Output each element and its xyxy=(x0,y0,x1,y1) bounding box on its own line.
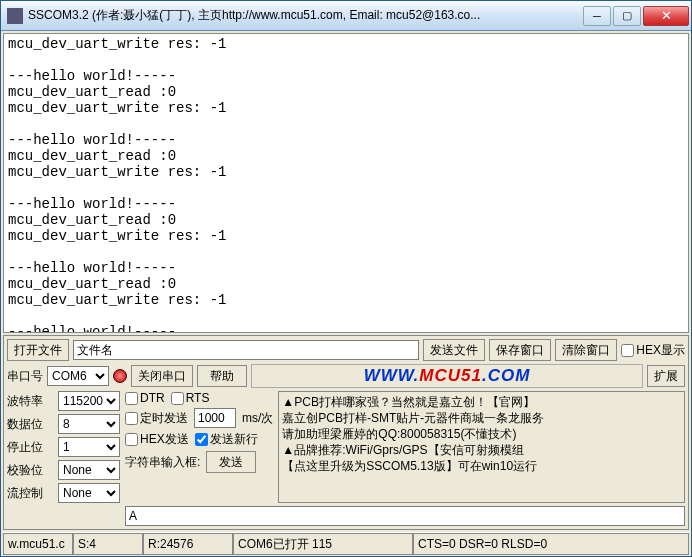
status-port: COM6已打开 115 xyxy=(233,533,413,555)
timed-unit-label: ms/次 xyxy=(242,410,273,427)
status-bar: w.mcu51.c S:4 R:24576 COM6已打开 115 CTS=0 … xyxy=(3,532,689,554)
titlebar: SSCOM3.2 (作者:聂小猛(丁丁), 主页http://www.mcu51… xyxy=(1,1,691,31)
ad-line: ▲PCB打样哪家强？当然就是嘉立创！【官网】 xyxy=(282,394,681,410)
clear-window-button[interactable]: 清除窗口 xyxy=(555,339,617,361)
hex-send-checkbox[interactable]: HEX发送 xyxy=(125,431,189,448)
terminal-output[interactable]: mcu_dev_uart_write res: -1 ---hello worl… xyxy=(3,33,689,333)
expand-button[interactable]: 扩展 xyxy=(647,365,685,387)
port-label: 串口号 xyxy=(7,368,43,385)
timed-send-checkbox[interactable]: 定时发送 xyxy=(125,410,188,427)
stopbits-select[interactable]: 1 xyxy=(58,437,120,457)
record-icon[interactable] xyxy=(113,369,127,383)
close-button[interactable]: ✕ xyxy=(643,6,689,26)
send-newline-checkbox[interactable]: 发送新行 xyxy=(195,431,258,448)
parity-select[interactable]: None xyxy=(58,460,120,480)
send-button[interactable]: 发送 xyxy=(206,451,256,473)
databits-select[interactable]: 8 xyxy=(58,414,120,434)
databits-label: 数据位 xyxy=(7,416,55,433)
minimize-button[interactable]: ─ xyxy=(583,6,611,26)
url-banner[interactable]: WWW.MCU51.COM xyxy=(251,364,643,388)
status-signals: CTS=0 DSR=0 RLSD=0 xyxy=(413,533,689,555)
window-title: SSCOM3.2 (作者:聂小猛(丁丁), 主页http://www.mcu51… xyxy=(28,7,583,24)
hex-show-checkbox[interactable]: HEX显示 xyxy=(621,342,685,359)
status-sent: S:4 xyxy=(73,533,143,555)
filename-input[interactable] xyxy=(73,340,419,360)
send-file-button[interactable]: 发送文件 xyxy=(423,339,485,361)
save-window-button[interactable]: 保存窗口 xyxy=(489,339,551,361)
send-string-input[interactable] xyxy=(125,506,685,526)
ad-line: 请加助理梁雁婷的QQ:800058315(不懂技术) xyxy=(282,426,681,442)
ad-line: 嘉立创PCB打样-SMT贴片-元器件商城一条龙服务 xyxy=(282,410,681,426)
dtr-checkbox[interactable]: DTR xyxy=(125,391,165,405)
ad-line: ▲品牌推荐:WiFi/Gprs/GPS【安信可射频模组 xyxy=(282,442,681,458)
baud-select[interactable]: 115200 xyxy=(58,391,120,411)
advertisement-panel[interactable]: ▲PCB打样哪家强？当然就是嘉立创！【官网】 嘉立创PCB打样-SMT贴片-元器… xyxy=(278,391,685,503)
flow-select[interactable]: None xyxy=(58,483,120,503)
port-select[interactable]: COM6 xyxy=(47,366,109,386)
parity-label: 校验位 xyxy=(7,462,55,479)
input-box-label: 字符串输入框: xyxy=(125,454,200,471)
rts-checkbox[interactable]: RTS xyxy=(171,391,210,405)
app-icon xyxy=(7,8,23,24)
close-port-button[interactable]: 关闭串口 xyxy=(131,365,193,387)
status-received: R:24576 xyxy=(143,533,233,555)
timed-interval-input[interactable] xyxy=(194,408,236,428)
flow-label: 流控制 xyxy=(7,485,55,502)
baud-label: 波特率 xyxy=(7,393,55,410)
ad-line: 【点这里升级为SSCOM5.13版】可在win10运行 xyxy=(282,458,681,474)
maximize-button[interactable]: ▢ xyxy=(613,6,641,26)
status-url: w.mcu51.c xyxy=(3,533,73,555)
help-button[interactable]: 帮助 xyxy=(197,365,247,387)
stopbits-label: 停止位 xyxy=(7,439,55,456)
open-file-button[interactable]: 打开文件 xyxy=(7,339,69,361)
